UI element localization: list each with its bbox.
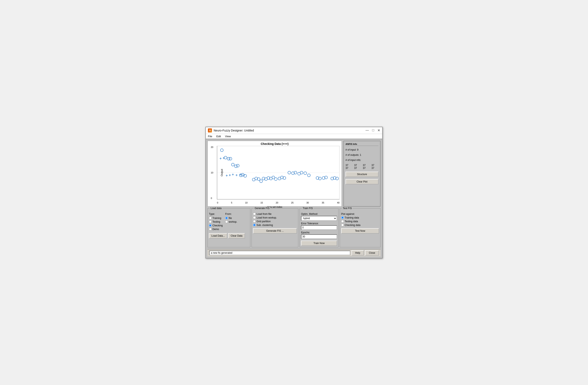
plot-area: Checking Data (+++) Output 20 10 0 (208, 141, 380, 207)
structure-button[interactable]: Structure (345, 172, 378, 177)
plot-against-label: Plot against: (341, 212, 379, 215)
radio-file[interactable]: file (225, 217, 237, 220)
window-controls: — □ ✕ (365, 128, 380, 132)
radio-demo[interactable]: Demo (209, 228, 223, 231)
svg-text:+: + (220, 156, 222, 160)
radio-worksp[interactable]: worksp. (225, 220, 237, 223)
svg-text:+: + (239, 173, 241, 176)
num-inputs: # of input: 9 (345, 148, 378, 152)
radio-testing-data[interactable]: Testing data (341, 220, 379, 223)
radio-training[interactable]: Training (209, 217, 223, 220)
train-fis-panel: Train FIS Optim. Method: hybrid Error To… (300, 208, 338, 247)
test-fis-title: Test FIS (342, 207, 353, 210)
train-fis-content: Optim. Method: hybrid Error Tolerance: E… (301, 212, 337, 239)
close-button[interactable]: ✕ (378, 128, 380, 132)
mfs-grid: 37373737 37373737 (345, 164, 378, 170)
close-button-status[interactable]: Close (365, 250, 379, 256)
load-data-button[interactable]: Load Data... (209, 233, 227, 238)
y-tick-20: 20 (211, 146, 213, 148)
load-data-panel: Load data Type: Training Testing Checkin… (208, 208, 250, 247)
optim-method-select[interactable]: hybrid (301, 216, 337, 221)
test-fis-content: Plot against: Training data Testing data… (341, 212, 379, 227)
bottom-panels: Load data Type: Training Testing Checkin… (208, 208, 380, 247)
menu-file[interactable]: File (208, 135, 212, 138)
help-button[interactable]: Help (352, 250, 364, 256)
generate-fis-button[interactable]: Generate FIS ... (253, 228, 297, 233)
info-panel: ANFIS Info # of input: 9 # of outputs: 1… (343, 141, 380, 207)
optim-method-row: hybrid (301, 216, 337, 221)
load-data-buttons: Load Data... Clear Data (209, 232, 249, 238)
radio-grid-partition[interactable]: Grid partition (253, 220, 297, 223)
svg-text:+: + (232, 173, 234, 176)
train-now-button[interactable]: Train Now (301, 241, 337, 246)
maximize-button[interactable]: □ (372, 128, 374, 132)
svg-text:+: + (229, 173, 231, 177)
chart-title: Checking Data (+++) (208, 141, 342, 146)
title-bar: A Neuro-Fuzzy Designer: Untitled — □ ✕ (206, 127, 382, 134)
num-input-mfs-label: # of input mfs: (345, 158, 378, 162)
epochs-label: Epochs: (301, 231, 337, 234)
error-tolerance-label: Error Tolerance: (301, 222, 337, 225)
num-outputs: # of outputs: 1 (345, 153, 378, 157)
svg-text:+: + (243, 173, 245, 177)
chart-container: Checking Data (+++) Output 20 10 0 (208, 141, 342, 207)
radio-checking[interactable]: Checking (209, 224, 223, 227)
chart-svg: + + + + + + + + (217, 146, 339, 199)
main-window: A Neuro-Fuzzy Designer: Untitled — □ ✕ F… (205, 127, 383, 258)
info-panel-title: ANFIS Info (345, 143, 378, 146)
y-axis-label: Output (220, 169, 223, 176)
y-tick-0: 0 (211, 197, 212, 199)
matlab-icon: A (208, 128, 212, 133)
radio-testing[interactable]: Testing (209, 220, 223, 223)
y-tick-10: 10 (211, 172, 213, 174)
x-axis-label: data set index (208, 206, 342, 209)
error-tolerance-input[interactable] (301, 225, 337, 230)
menu-view[interactable]: View (225, 135, 231, 138)
menu-bar: File Edit View (206, 134, 382, 139)
status-bar: a new fis generated Help Close (208, 249, 380, 256)
svg-text:+: + (223, 156, 225, 160)
epochs-input[interactable] (301, 234, 337, 239)
test-fis-panel: Test FIS Plot against: Training data Tes… (340, 208, 380, 247)
generate-fis-options: Load from file Load from worksp. Grid pa… (253, 212, 297, 227)
x-ticks: 0510152025303540 (217, 201, 339, 204)
load-data-title: Load data (210, 207, 222, 210)
radio-load-worksp[interactable]: Load from worksp. (253, 216, 297, 219)
clear-plot-button[interactable]: Clear Plot (345, 179, 378, 184)
menu-edit[interactable]: Edit (216, 135, 221, 138)
radio-sub-clustering[interactable]: Sub. clustering (253, 224, 297, 227)
radio-checking-data[interactable]: Checking data (341, 224, 379, 227)
clear-data-button[interactable]: Clear Data (228, 233, 245, 238)
optim-method-label: Optim. Method: (301, 212, 337, 215)
generate-fis-title: Generate FIS (254, 207, 270, 210)
svg-text:+: + (235, 173, 238, 177)
type-label: Type: (209, 212, 223, 215)
svg-text:+: + (226, 173, 228, 178)
generate-fis-panel: Generate FIS Load from file Load from wo… (252, 208, 298, 247)
from-label: From: (225, 212, 237, 215)
radio-training-data[interactable]: Training data (341, 216, 379, 219)
status-message: a new fis generated (209, 251, 350, 255)
test-now-button[interactable]: Test Now (341, 228, 379, 233)
window-title: Neuro-Fuzzy Designer: Untitled (214, 129, 254, 132)
radio-load-file[interactable]: Load from file (253, 212, 297, 215)
train-fis-title: Train FIS (302, 207, 314, 210)
minimize-button[interactable]: — (365, 128, 369, 132)
main-content: Checking Data (+++) Output 20 10 0 (206, 139, 382, 258)
